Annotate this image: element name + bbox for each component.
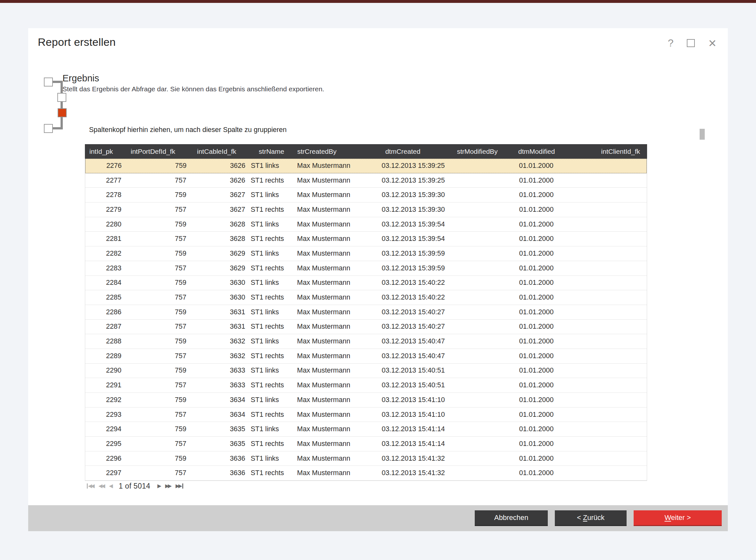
cell-intCableId_fk: 3630 [194,279,249,287]
cell-dtmCreated: 03.12.2013 15:39:25 [359,177,447,184]
next-page-button[interactable]: ▶▶ [165,483,172,488]
table-row[interactable]: 22907593633ST1 linksMax Mustermann03.12.… [85,364,647,378]
cell-dtmCreated: 03.12.2013 15:40:51 [359,366,447,375]
table-row[interactable]: 22977573636ST1 rechtsMax Mustermann03.12… [85,466,647,481]
cell-strCreatedBy: Max Mustermann [295,294,359,301]
table-row[interactable]: 22777573626ST1 rechtsMax Mustermann03.12… [85,173,647,188]
table-row-selected[interactable]: 22767593626ST1 linksMax Mustermann03.12.… [85,159,647,173]
cell-intId_pk: 2289 [85,352,128,360]
cell-intCableId_fk: 3627 [194,206,249,214]
cell-dtmCreated: 03.12.2013 15:40:47 [359,352,447,360]
cell-intPortDefId_fk: 757 [128,381,194,389]
zurueck-button[interactable]: < Zurück [555,511,627,526]
vertical-scrollbar-thumb[interactable] [700,129,705,140]
cell-intPortDefId_fk: 759 [128,337,194,345]
table-row[interactable]: 22917573633ST1 rechtsMax Mustermann03.12… [85,378,647,393]
cell-intId_pk: 2281 [85,235,128,243]
cell-intId_pk: 2288 [85,337,128,345]
cell-strCreatedBy: Max Mustermann [295,191,359,199]
group-by-panel[interactable]: Spaltenkopf hierhin ziehen, um nach dies… [89,126,287,134]
column-header-intId_pk[interactable]: intId_pk [85,148,128,155]
cell-dtmModified: 01.01.2000 [507,455,565,463]
cell-strName: ST1 links [248,366,295,375]
cell-intCableId_fk: 3631 [194,308,249,316]
weiter-button[interactable]: Weiter > [634,511,722,526]
abbrechen-button[interactable]: Abbrechen [475,511,548,526]
prev-page-button[interactable]: ◀◀ [99,483,105,488]
table-row[interactable]: 22967593636ST1 linksMax Mustermann03.12.… [85,452,647,466]
table-row[interactable]: 22807593628ST1 linksMax Mustermann03.12.… [85,217,647,232]
cell-strName: ST1 links [248,220,295,228]
table-row[interactable]: 22787593627ST1 linksMax Mustermann03.12.… [85,188,647,202]
cell-intId_pk: 2285 [85,294,128,301]
table-row[interactable]: 22877573631ST1 rechtsMax Mustermann03.12… [85,320,647,335]
column-header-dtmCreated[interactable]: dtmCreated [359,148,447,155]
wizard-step-1 [44,78,53,86]
cell-strName: ST1 links [248,425,295,433]
cell-strCreatedBy: Max Mustermann [295,308,359,316]
maximize-icon[interactable] [687,39,695,47]
cell-strCreatedBy: Max Mustermann [295,440,359,448]
table-row[interactable]: 22867593631ST1 linksMax Mustermann03.12.… [85,305,647,320]
column-header-intClientId_fk[interactable]: intClientId_fk [566,148,647,155]
cell-intPortDefId_fk: 757 [128,177,194,184]
column-header-intCableId_fk[interactable]: intCableId_fk [194,148,248,155]
next-record-button[interactable]: ▶ [157,483,161,488]
last-record-button[interactable]: ▶▶ [176,483,183,488]
prev-record-button[interactable]: ◀ [109,483,113,488]
table-row[interactable]: 22827593629ST1 linksMax Mustermann03.12.… [85,246,647,261]
table-row[interactable]: 22847593630ST1 linksMax Mustermann03.12.… [85,276,647,291]
grid-header: intId_pkintPortDefId_fkintCableId_fkstrN… [85,144,647,159]
cell-dtmCreated: 03.12.2013 15:41:10 [359,396,447,404]
cell-dtmCreated: 03.12.2013 15:39:54 [359,220,447,228]
cell-dtmModified: 01.01.2000 [507,279,565,287]
cell-intCableId_fk: 3633 [194,381,249,389]
cell-strCreatedBy: Max Mustermann [295,396,359,404]
cell-intId_pk: 2286 [85,308,128,316]
cell-strName: ST1 links [248,191,295,199]
column-header-strCreatedBy[interactable]: strCreatedBy [295,148,359,155]
cell-intCableId_fk: 3636 [194,469,249,477]
column-header-intPortDefId_fk[interactable]: intPortDefId_fk [128,148,194,155]
column-header-dtmModified[interactable]: dtmModified [508,148,566,155]
cell-intId_pk: 2284 [85,279,128,287]
cell-dtmModified: 01.01.2000 [507,440,565,448]
table-row[interactable]: 22887593632ST1 linksMax Mustermann03.12.… [85,334,647,349]
table-row[interactable]: 22947593635ST1 linksMax Mustermann03.12.… [85,422,647,437]
cell-dtmCreated: 03.12.2013 15:40:27 [359,323,447,331]
table-row[interactable]: 22897573632ST1 rechtsMax Mustermann03.12… [85,349,647,364]
table-row[interactable]: 22817573628ST1 rechtsMax Mustermann03.12… [85,232,647,246]
report-wizard-dialog: Report erstellen ? × Ergebnis Stellt das… [28,28,728,531]
cell-strCreatedBy: Max Mustermann [295,366,359,375]
table-row[interactable]: 22837573629ST1 rechtsMax Mustermann03.12… [85,261,647,276]
cell-dtmModified: 01.01.2000 [507,249,565,258]
first-record-button[interactable]: ◀◀ [87,483,95,488]
cell-intCableId_fk: 3635 [194,440,249,448]
cell-intPortDefId_fk: 757 [128,264,194,272]
cell-dtmCreated: 03.12.2013 15:40:47 [359,337,447,345]
cell-strCreatedBy: Max Mustermann [295,177,359,184]
cell-strCreatedBy: Max Mustermann [295,264,359,272]
table-row[interactable]: 22957573635ST1 rechtsMax Mustermann03.12… [85,437,647,452]
cell-intCableId_fk: 3628 [194,235,249,243]
cell-intPortDefId_fk: 757 [128,440,194,448]
close-icon[interactable]: × [708,39,716,48]
table-row[interactable]: 22857573630ST1 rechtsMax Mustermann03.12… [85,290,647,305]
cell-dtmCreated: 03.12.2013 15:40:27 [359,308,447,316]
cell-intId_pk: 2296 [85,455,128,463]
table-row[interactable]: 22927593634ST1 linksMax Mustermann03.12.… [85,393,647,407]
cell-dtmModified: 01.01.2000 [507,308,565,316]
table-row[interactable]: 22797573627ST1 rechtsMax Mustermann03.12… [85,202,647,217]
cell-intPortDefId_fk: 757 [128,294,194,301]
cell-intCableId_fk: 3636 [194,455,249,463]
wizard-step-2 [57,93,66,102]
cell-dtmModified: 01.01.2000 [507,323,565,331]
column-header-strName[interactable]: strName [248,148,295,155]
cell-intId_pk: 2293 [85,411,128,419]
column-header-strModifiedBy[interactable]: strModifiedBy [447,148,508,155]
dialog-title: Report erstellen [38,36,116,48]
table-row[interactable]: 22937573634ST1 rechtsMax Mustermann03.12… [85,407,647,422]
help-icon[interactable]: ? [668,37,674,49]
cell-strCreatedBy: Max Mustermann [295,162,359,170]
cell-intPortDefId_fk: 757 [128,235,194,243]
